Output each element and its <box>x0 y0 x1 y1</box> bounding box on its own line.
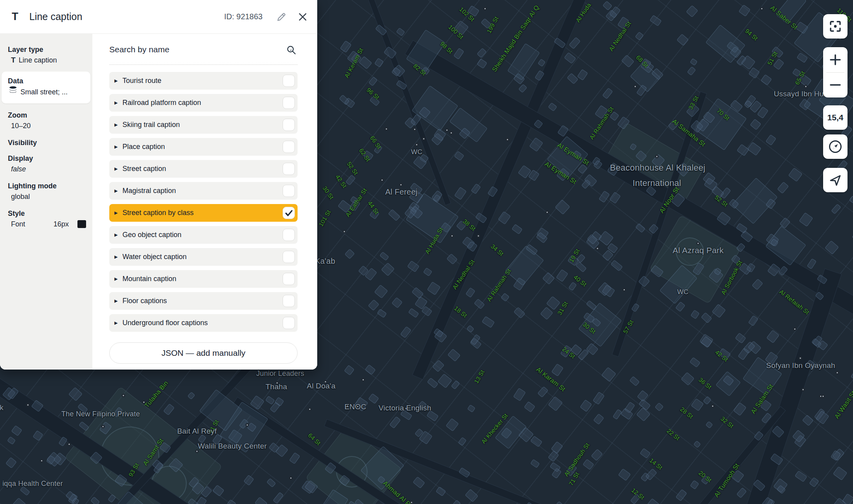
map-building <box>513 388 526 401</box>
search-icon[interactable] <box>286 44 297 57</box>
zoom-out-button[interactable] <box>823 73 847 97</box>
font-value: Font <box>11 218 25 230</box>
layer-list-item[interactable]: ▶Mountain caption <box>109 270 298 288</box>
compass-button[interactable] <box>823 134 847 159</box>
expand-arrow-icon[interactable]: ▶ <box>114 255 118 259</box>
checkbox-unchecked[interactable] <box>283 295 295 307</box>
checkbox-unchecked[interactable] <box>283 251 295 263</box>
map-building <box>7 436 16 445</box>
expand-arrow-icon[interactable]: ▶ <box>114 123 118 127</box>
map-building <box>705 421 713 429</box>
layer-list-item[interactable]: ▶Street caption <box>109 160 298 178</box>
checkbox-unchecked[interactable] <box>283 163 295 175</box>
map-building <box>477 48 487 58</box>
map-building <box>849 196 853 206</box>
close-icon[interactable] <box>297 11 309 23</box>
search-placeholder: Search by name <box>109 41 298 58</box>
expand-arrow-icon[interactable]: ▶ <box>114 79 118 83</box>
map-poi-dot <box>289 476 293 480</box>
layer-list-item[interactable]: ▶Railroad platform caption <box>109 94 298 112</box>
map-building <box>647 498 660 504</box>
sidebar-item-style[interactable]: Style Font 16px <box>8 202 90 230</box>
checkbox-unchecked[interactable] <box>283 141 295 153</box>
checkbox-unchecked[interactable] <box>283 75 295 87</box>
layer-list-item[interactable]: ▶Geo object caption <box>109 226 298 244</box>
expand-arrow-icon[interactable]: ▶ <box>114 145 118 149</box>
edit-icon[interactable] <box>276 11 287 23</box>
layer-list-item[interactable]: ▶Place caption <box>109 138 298 156</box>
map-poi-dot <box>634 85 637 88</box>
map-building <box>553 501 566 504</box>
map-building <box>765 134 776 146</box>
map-building <box>467 405 475 412</box>
sidebar-item-display[interactable]: Display false <box>8 147 90 175</box>
map-building <box>687 66 696 76</box>
sidebar-item-data[interactable]: Data Small street; ... <box>2 72 90 103</box>
map-place-label: Al Doa'a <box>307 382 336 390</box>
checkbox-unchecked[interactable] <box>283 273 295 285</box>
map-poi-dot <box>655 155 659 158</box>
map-place-label: Thaha <box>266 383 287 391</box>
map-building <box>368 299 379 311</box>
layer-list-item[interactable]: ▶Skiing trail caption <box>109 116 298 134</box>
layer-id: ID: 921863 <box>224 12 263 21</box>
expand-arrow-icon[interactable]: ▶ <box>114 101 118 105</box>
map-building <box>689 357 700 368</box>
map-street-label: 52 St <box>346 160 360 176</box>
sidebar-item-visibility[interactable]: Visibility <box>8 132 90 147</box>
sidebar-item-lighting-mode[interactable]: Lighting mode global <box>8 175 90 202</box>
expand-arrow-icon[interactable]: ▶ <box>114 233 118 237</box>
zoom-in-button[interactable] <box>823 48 847 72</box>
checkbox-unchecked[interactable] <box>283 97 295 109</box>
map-poi-dot <box>836 371 839 375</box>
map-building <box>593 414 604 425</box>
layer-list-item[interactable]: ▶Water object caption <box>109 248 298 266</box>
fullscreen-button[interactable] <box>823 14 847 39</box>
layer-list-item[interactable]: ▶Tourist route <box>109 72 298 90</box>
sidebar-item-layer-type[interactable]: Layer type T Line caption <box>8 39 90 66</box>
map-building <box>750 118 761 130</box>
expand-arrow-icon[interactable]: ▶ <box>114 167 118 171</box>
expand-arrow-icon[interactable]: ▶ <box>114 299 118 303</box>
data-label: Data <box>8 76 86 86</box>
search-field[interactable]: Search by name <box>109 41 298 65</box>
map-building <box>432 360 444 372</box>
checkbox-unchecked[interactable] <box>283 119 295 131</box>
display-value: false <box>11 163 26 175</box>
map-building <box>388 209 401 221</box>
layer-list-item[interactable]: ▶Magistral caption <box>109 182 298 200</box>
map-building <box>690 480 699 489</box>
map-building <box>345 249 355 259</box>
layer-item-label: Tourist route <box>122 77 161 85</box>
map-building <box>188 392 195 399</box>
data-value: Small street; ... <box>20 86 68 98</box>
checkbox-unchecked[interactable] <box>283 229 295 241</box>
checkbox-unchecked[interactable] <box>283 185 295 197</box>
layer-list-item[interactable]: ▶Floor captions <box>109 292 298 310</box>
lighting-mode-value: global <box>11 191 30 202</box>
zoom-level-badge[interactable]: 15,4 <box>823 105 847 130</box>
expand-arrow-icon[interactable]: ▶ <box>114 321 118 325</box>
map-street-label: 22 St <box>665 427 681 441</box>
map-building <box>530 436 542 447</box>
checkbox-checked[interactable] <box>283 207 295 219</box>
sidebar-item-zoom[interactable]: Zoom 10–20 <box>8 104 90 132</box>
layer-list-item[interactable]: ▶Street caption by class <box>109 204 298 222</box>
map-building <box>474 299 485 309</box>
lighting-mode-label: Lighting mode <box>8 181 90 191</box>
font-color-swatch[interactable] <box>77 220 86 228</box>
expand-arrow-icon[interactable]: ▶ <box>114 189 118 193</box>
map-street-label: Al Refaiah St <box>778 288 811 316</box>
json-add-manually-button[interactable]: JSON — add manually <box>109 342 298 364</box>
map-building <box>602 88 613 99</box>
expand-arrow-icon[interactable]: ▶ <box>114 277 118 281</box>
checkbox-unchecked[interactable] <box>283 317 295 329</box>
expand-arrow-icon[interactable]: ▶ <box>114 211 118 215</box>
map-poi-dot <box>246 423 249 427</box>
map-building <box>649 15 662 26</box>
locate-button[interactable] <box>823 168 847 192</box>
layer-list-item[interactable]: ▶Underground floor captions <box>109 314 298 332</box>
map-building <box>621 55 634 68</box>
map-poi-dot <box>804 85 808 88</box>
fullscreen-icon <box>829 20 842 33</box>
